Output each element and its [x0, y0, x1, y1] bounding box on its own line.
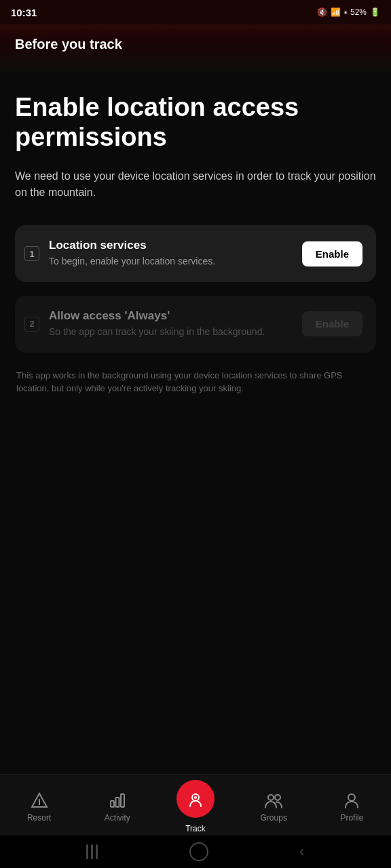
step-1-subtitle: To begin, enable your location services.: [49, 255, 294, 269]
home-indicator-bars: [86, 844, 98, 859]
sidebar-item-resort[interactable]: Resort: [0, 791, 78, 823]
track-button-circle[interactable]: [176, 780, 215, 818]
step-2-number: 2: [24, 317, 39, 332]
main-description: We need to use your device location serv…: [15, 168, 376, 201]
home-indicator: ‹: [0, 835, 391, 868]
page-title: Before you track: [15, 37, 376, 52]
resort-icon: [30, 791, 49, 810]
activity-icon: [108, 791, 127, 810]
sidebar-item-activity[interactable]: Activity: [78, 791, 156, 823]
svg-rect-2: [111, 801, 114, 807]
mute-icon: 🔇: [317, 7, 327, 17]
step-1-text: Location services To begin, enable your …: [49, 239, 294, 269]
svg-rect-4: [121, 794, 124, 807]
nav-bar-icon-2: [91, 844, 93, 859]
step-2-title: Allow access 'Always': [49, 309, 294, 323]
main-content: Enable location access permissions We ne…: [0, 73, 391, 774]
profile-icon: [342, 791, 361, 810]
main-heading: Enable location access permissions: [15, 93, 376, 152]
always-allow-card: 2 Allow access 'Always' So the app can t…: [15, 296, 376, 353]
enable-always-button: Enable: [302, 311, 362, 336]
footer-note: This app works in the background using y…: [15, 369, 376, 395]
groups-label: Groups: [261, 813, 287, 823]
signal-icon: ▪️: [344, 7, 347, 17]
nav-bar-icon-3: [96, 844, 98, 859]
back-arrow-icon[interactable]: ‹: [299, 843, 304, 861]
enable-location-button[interactable]: Enable: [302, 241, 362, 267]
status-time: 10:31: [11, 7, 37, 18]
sidebar-item-track[interactable]: Track: [156, 780, 234, 833]
status-bar: 10:31 🔇 📶 ▪️ 52% 🔋: [0, 0, 391, 24]
step-2-text: Allow access 'Always' So the app can tra…: [49, 309, 294, 339]
profile-label: Profile: [340, 813, 363, 823]
wifi-icon: 📶: [331, 7, 341, 17]
step-1-number: 1: [24, 246, 39, 261]
track-label: Track: [185, 824, 206, 833]
location-services-card: 1 Location services To begin, enable you…: [15, 225, 376, 282]
svg-point-9: [348, 794, 355, 801]
bottom-nav: Resort Activity Track: [0, 774, 391, 835]
battery-icon: 🔋: [370, 7, 380, 17]
svg-point-7: [268, 795, 274, 800]
step-1-title: Location services: [49, 239, 294, 252]
step-2-subtitle: So the app can track your skiing in the …: [49, 326, 294, 339]
sidebar-item-profile[interactable]: Profile: [313, 791, 391, 823]
groups-icon: [264, 791, 283, 810]
svg-point-8: [275, 795, 280, 800]
battery-level: 52%: [350, 7, 367, 17]
header: Before you track: [0, 24, 391, 73]
svg-rect-3: [115, 797, 119, 807]
home-button-circle[interactable]: [189, 842, 208, 861]
nav-bar-icon: [86, 844, 88, 859]
resort-label: Resort: [27, 813, 51, 823]
svg-point-6: [194, 796, 197, 799]
activity-label: Activity: [105, 813, 130, 823]
status-icons: 🔇 📶 ▪️ 52% 🔋: [317, 7, 380, 17]
sidebar-item-groups[interactable]: Groups: [235, 791, 313, 823]
